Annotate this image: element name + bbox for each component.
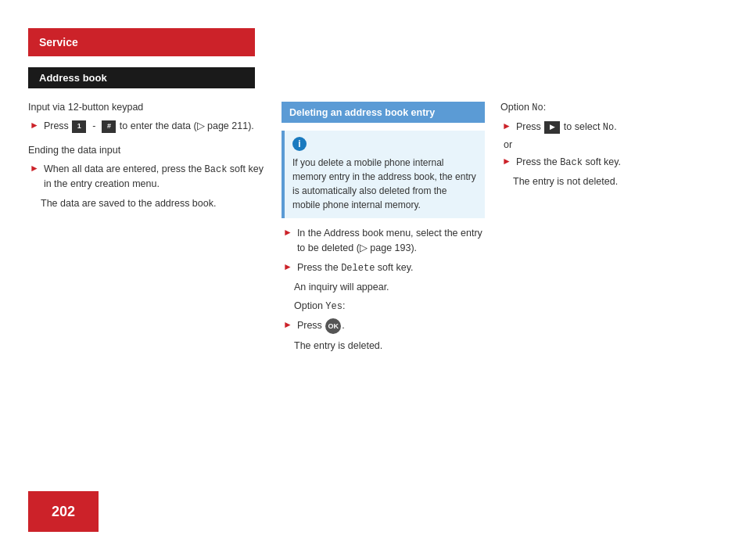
left-column: Input via 12-button keypad ► Press 1 - #… (28, 102, 271, 215)
section1-title: Input via 12-button keypad (28, 102, 271, 113)
no-option: No (603, 122, 614, 133)
right-column: Option No: ► Press ▶ to select No. or ► … (500, 102, 712, 194)
ok-icon: OK (325, 318, 341, 334)
press-ok-text: Press OK. (297, 318, 345, 334)
delete-key: Delete (341, 263, 375, 274)
press-ok-arrow: ► (283, 319, 292, 330)
info-box: i If you delete a mobile phone internal … (282, 131, 485, 218)
saved-text: The data are saved to the address book. (28, 196, 271, 211)
section2-title: Ending the data input (28, 145, 271, 156)
service-label: Service (39, 36, 78, 48)
deleting-header-box: Deleting an address book entry (282, 102, 485, 123)
yes-monospace: Yes (325, 301, 343, 312)
bullet-arrow-1: ► (30, 120, 39, 131)
bullet-text-2: When all data are entered, press the Bac… (44, 162, 271, 192)
middle-column: Deleting an address book entry i If you … (282, 102, 485, 358)
option-no-label: Option No: (500, 102, 712, 113)
info-body-text: If you delete a mobile phone internal me… (292, 156, 477, 212)
right-bullet-text-1: Press ▶ to select No. (516, 120, 617, 135)
key-1: 1 (72, 120, 86, 133)
right-bullet-2: ► Press the Back soft key. (500, 155, 712, 170)
back-key-right: Back (560, 157, 583, 168)
bullet-text-1: Press 1 - # to enter the data (▷ page 21… (44, 119, 254, 134)
right-bullet-text-2: Press the Back soft key. (516, 155, 621, 170)
not-deleted-text: The entry is not deleted. (500, 174, 712, 189)
no-monospace: No (532, 102, 543, 113)
key-hash: # (102, 120, 116, 133)
deleting-header-label: Deleting an address book entry (289, 107, 435, 118)
back-key-inline: Back (205, 164, 228, 175)
middle-bullet-2: ► Press the Delete soft key. (282, 260, 485, 275)
bullet-item-1: ► Press 1 - # to enter the data (▷ page … (28, 119, 271, 134)
addressbook-header: Address book (28, 67, 255, 88)
middle-bullet-text-2: Press the Delete soft key. (297, 260, 414, 275)
page-number: 202 (52, 504, 75, 520)
middle-bullet-arrow-2: ► (283, 261, 292, 272)
press-ok-bullet: ► Press OK. (282, 318, 485, 334)
option-yes-label: Option Yes: (282, 299, 485, 314)
bullet-item-2: ► When all data are entered, press the B… (28, 162, 271, 192)
info-icon: i (292, 137, 307, 151)
right-bullet-arrow-1: ► (502, 120, 511, 131)
page-number-box: 202 (28, 491, 99, 532)
right-bullet-arrow-2: ► (502, 156, 511, 167)
inquiry-text: An inquiry will appear. (282, 280, 485, 295)
or-text: or (500, 139, 712, 150)
deleted-text: The entry is deleted. (282, 339, 485, 354)
bullet-arrow-2: ► (30, 163, 39, 174)
service-header: Service (28, 28, 255, 56)
addressbook-label: Address book (39, 72, 107, 84)
nav-forward-icon: ▶ (544, 121, 560, 134)
middle-bullet-1: ► In the Address book menu, select the e… (282, 226, 485, 256)
middle-bullet-text-1: In the Address book menu, select the ent… (297, 226, 485, 256)
right-bullet-1: ► Press ▶ to select No. (500, 120, 712, 135)
middle-bullet-arrow-1: ► (283, 227, 292, 238)
